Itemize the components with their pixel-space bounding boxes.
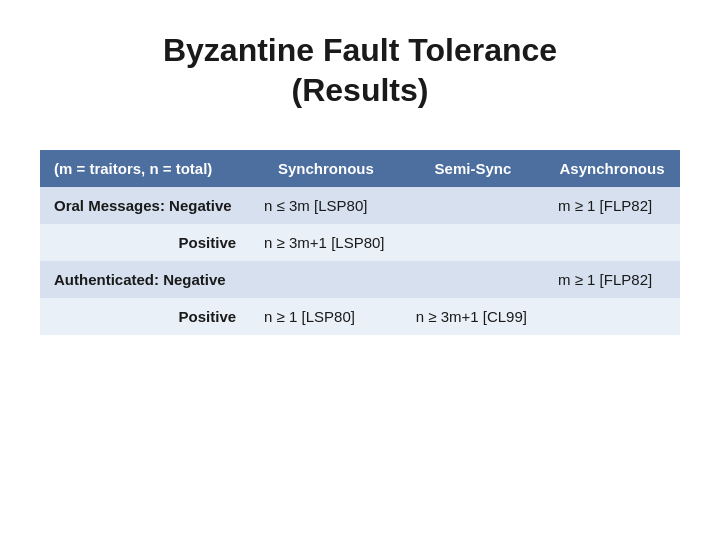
row-asynchronous: m ≥ 1 [FLP82]: [544, 261, 680, 298]
table-header-row: (m = traitors, n = total) Synchronous Se…: [40, 150, 680, 187]
row-label: Positive: [40, 224, 250, 261]
results-table-wrapper: (m = traitors, n = total) Synchronous Se…: [40, 150, 680, 335]
col-header-label: (m = traitors, n = total): [40, 150, 250, 187]
row-label: Positive: [40, 298, 250, 335]
table-row: Authenticated: Negative m ≥ 1 [FLP82]: [40, 261, 680, 298]
row-label: Authenticated: Negative: [40, 261, 250, 298]
table-row: Oral Messages: Negative n ≤ 3m [LSP80] m…: [40, 187, 680, 224]
col-header-asynchronous: Asynchronous: [544, 150, 680, 187]
col-header-synchronous: Synchronous: [250, 150, 402, 187]
row-asynchronous: [544, 298, 680, 335]
row-synchronous: n ≥ 1 [LSP80]: [250, 298, 402, 335]
row-asynchronous: m ≥ 1 [FLP82]: [544, 187, 680, 224]
row-semi-sync: [402, 261, 544, 298]
col-header-semi-sync: Semi-Sync: [402, 150, 544, 187]
results-table: (m = traitors, n = total) Synchronous Se…: [40, 150, 680, 335]
table-row: Positive n ≥ 3m+1 [LSP80]: [40, 224, 680, 261]
row-synchronous: [250, 261, 402, 298]
row-synchronous: n ≤ 3m [LSP80]: [250, 187, 402, 224]
row-asynchronous: [544, 224, 680, 261]
row-semi-sync: [402, 187, 544, 224]
row-semi-sync: n ≥ 3m+1 [CL99]: [402, 298, 544, 335]
row-label: Oral Messages: Negative: [40, 187, 250, 224]
row-synchronous: n ≥ 3m+1 [LSP80]: [250, 224, 402, 261]
table-row: Positive n ≥ 1 [LSP80] n ≥ 3m+1 [CL99]: [40, 298, 680, 335]
page-title: Byzantine Fault Tolerance (Results): [163, 30, 557, 110]
row-semi-sync: [402, 224, 544, 261]
